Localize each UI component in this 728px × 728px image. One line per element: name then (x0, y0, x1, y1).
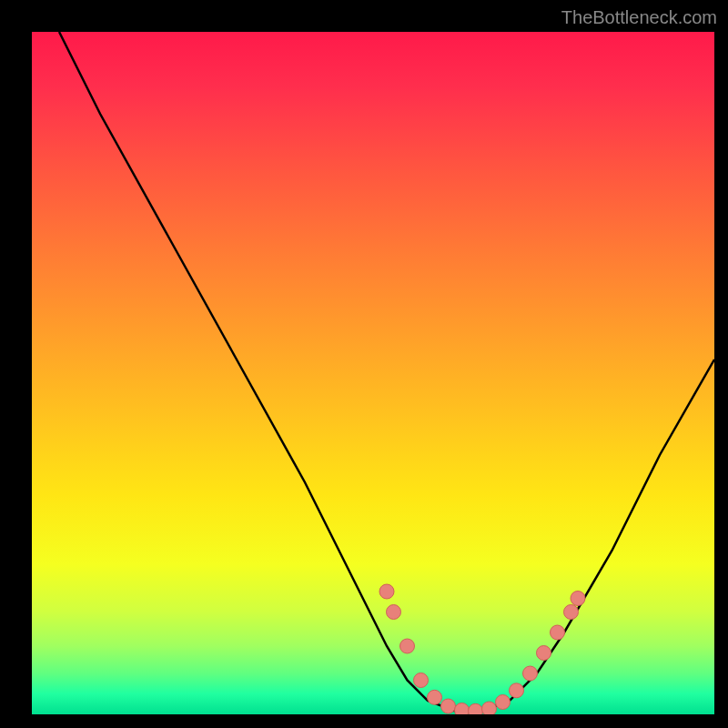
highlight-dot (400, 639, 415, 653)
highlight-dot (564, 605, 579, 620)
highlight-dot (571, 592, 585, 606)
chart-svg (32, 32, 714, 714)
watermark-text: TheBottleneck.com (561, 7, 717, 28)
chart-container (32, 32, 714, 714)
highlight-dot (469, 703, 483, 714)
highlight-dot (510, 683, 524, 698)
highlight-dot (379, 584, 394, 599)
highlight-dot (523, 666, 538, 681)
highlight-dot (537, 646, 551, 661)
highlight-dot (441, 699, 456, 713)
highlight-dot (496, 695, 511, 710)
highlight-dot (414, 673, 429, 688)
highlight-dot (482, 702, 497, 714)
highlight-dot (387, 605, 401, 620)
highlight-dot (551, 625, 565, 640)
highlight-dot (428, 690, 442, 704)
highlight-dot (455, 703, 470, 715)
